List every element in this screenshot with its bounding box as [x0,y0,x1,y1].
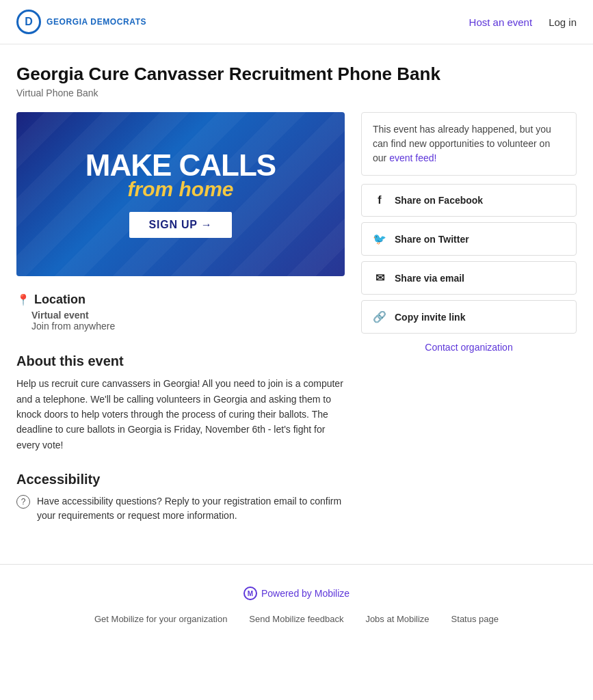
page-footer: M Powered by Mobilize Get Mobilize for y… [0,565,593,646]
powered-by: Powered by Mobilize [261,588,350,599]
pin-icon: 📍 [16,293,30,306]
footer-logo-icon: M [243,587,257,600]
page-header: D GEORGIA DEMOCRATS Host an event Log in [0,0,593,44]
host-event-link[interactable]: Host an event [469,16,533,28]
event-image: MAKE CALLS from home SIGN UP → [16,112,345,276]
left-column: MAKE CALLS from home SIGN UP → 📍 Locatio… [16,112,345,523]
email-icon: ✉ [373,271,386,284]
event-type: Virtual Phone Bank [16,88,577,98]
about-title: About this event [16,353,345,369]
accessibility-body: Have accessibility questions? Reply to y… [37,494,345,523]
logo-icon: D [16,10,41,34]
login-link[interactable]: Log in [549,16,577,28]
right-column: This event has already happened, but you… [361,112,577,353]
image-line2: from home [127,178,233,201]
about-body: Help us recruit cure canvassers in Georg… [16,376,345,453]
contact-organization-link[interactable]: Contact organization [361,342,577,353]
share-twitter-label: Share on Twitter [395,234,469,245]
copy-link-label: Copy invite link [395,312,465,323]
event-title: Georgia Cure Canvasser Recruitment Phone… [16,64,577,85]
signup-button[interactable]: SIGN UP → [129,212,231,238]
main-nav: Host an event Log in [469,16,577,28]
footer-link-get-mobilize[interactable]: Get Mobilize for your organization [94,614,227,624]
share-facebook-label: Share on Facebook [395,195,483,206]
link-icon: 🔗 [373,310,386,323]
share-twitter-button[interactable]: 🐦 Share on Twitter [361,222,577,256]
footer-links: Get Mobilize for your organization Send … [16,614,577,624]
facebook-icon: f [373,194,386,206]
location-heading: 📍 Location [16,293,345,307]
footer-logo: M Powered by Mobilize [16,587,577,600]
accessibility-section: Accessibility ? Have accessibility quest… [16,472,345,523]
share-facebook-button[interactable]: f Share on Facebook [361,184,577,217]
share-email-label: Share via email [395,273,464,284]
question-icon: ? [16,495,30,509]
logo-link[interactable]: D GEORGIA DEMOCRATS [16,10,146,34]
image-line1: MAKE CALLS [85,150,276,180]
accessibility-row: ? Have accessibility questions? Reply to… [16,494,345,523]
share-email-button[interactable]: ✉ Share via email [361,261,577,295]
accessibility-title: Accessibility [16,472,345,487]
location-desc: Join from anywhere [31,321,345,332]
footer-link-send-feedback[interactable]: Send Mobilize feedback [249,614,343,624]
copy-link-button[interactable]: 🔗 Copy invite link [361,300,577,334]
location-type: Virtual event [31,310,345,321]
footer-link-jobs[interactable]: Jobs at Mobilize [365,614,429,624]
notice-box: This event has already happened, but you… [361,112,577,176]
twitter-icon: 🐦 [373,232,386,245]
two-column-layout: MAKE CALLS from home SIGN UP → 📍 Locatio… [16,112,577,523]
location-details: Virtual event Join from anywhere [16,310,345,332]
page-container: Georgia Cure Canvasser Recruitment Phone… [0,44,593,523]
location-section: 📍 Location Virtual event Join from anywh… [16,293,345,332]
footer-link-status[interactable]: Status page [451,614,499,624]
org-name: GEORGIA DEMOCRATS [47,17,146,27]
event-feed-link[interactable]: event feed! [389,152,436,163]
